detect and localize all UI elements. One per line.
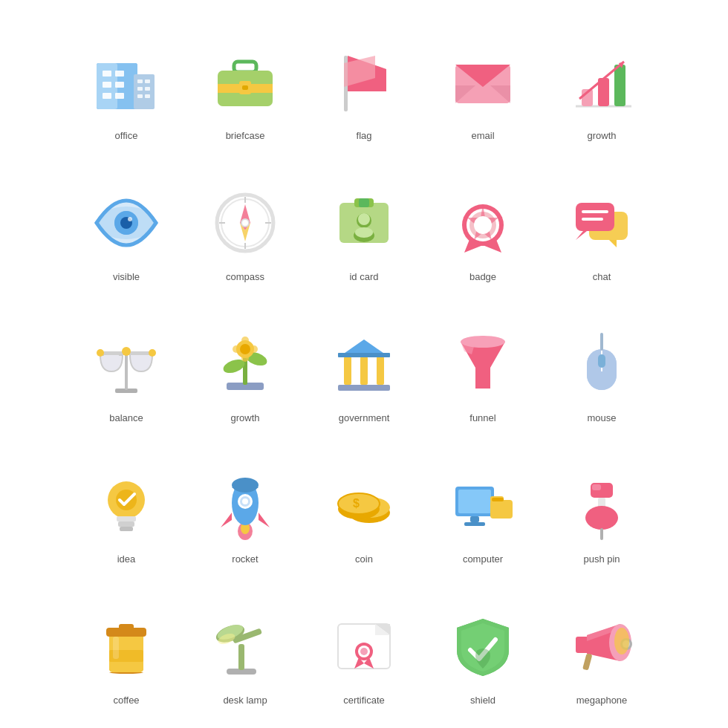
- icon-cell-briefcase: briefcase: [186, 15, 305, 149]
- svg-point-77: [97, 349, 104, 357]
- svg-rect-67: [576, 203, 614, 231]
- coffee-icon: [85, 605, 167, 687]
- svg-point-117: [242, 498, 248, 504]
- icon-cell-coin: $ coin: [305, 438, 423, 572]
- icon-cell-growth: growth: [542, 15, 661, 149]
- icon-cell-shield: shield: [423, 579, 542, 713]
- icon-cell-desk-lamp: desk lamp: [186, 579, 305, 713]
- svg-point-74: [122, 347, 131, 356]
- svg-rect-127: [464, 522, 485, 526]
- icon-cell-balance: balance: [67, 297, 186, 431]
- svg-rect-140: [119, 624, 134, 630]
- svg-point-85: [241, 337, 249, 344]
- svg-rect-5: [103, 82, 111, 88]
- svg-marker-113: [221, 513, 232, 527]
- funnel-label: funnel: [469, 412, 495, 423]
- email-label: email: [471, 130, 494, 141]
- svg-rect-92: [377, 357, 384, 385]
- svg-point-84: [240, 344, 250, 354]
- icon-cell-coffee: coffee: [67, 579, 186, 713]
- svg-rect-93: [338, 385, 390, 391]
- svg-marker-66: [609, 240, 617, 247]
- svg-rect-105: [118, 521, 134, 527]
- icon-cell-push-pin: push pin: [542, 438, 661, 572]
- svg-point-56: [358, 213, 370, 225]
- government-label: government: [339, 412, 390, 423]
- shield-label: shield: [470, 695, 495, 706]
- rocket-icon: [204, 464, 286, 546]
- svg-point-133: [585, 506, 618, 530]
- growth-icon: [561, 41, 643, 123]
- icon-cell-id-card: id card: [305, 156, 423, 290]
- desk-lamp-label: desk lamp: [223, 695, 267, 706]
- svg-rect-130: [492, 498, 504, 501]
- svg-rect-142: [113, 637, 119, 659]
- computer-icon: [442, 464, 524, 546]
- briefcase-icon: [204, 41, 286, 123]
- coin-label: coin: [355, 553, 373, 565]
- badge-label: badge: [469, 271, 496, 282]
- compass-label: compass: [226, 271, 264, 282]
- icon-cell-chat: chat: [542, 156, 661, 290]
- icon-cell-visible: visible: [67, 156, 186, 290]
- push-pin-label: push pin: [583, 553, 620, 565]
- id-card-label: id card: [349, 271, 378, 282]
- icon-cell-compass: compass: [186, 156, 305, 290]
- svg-rect-9: [134, 74, 155, 109]
- svg-point-87: [233, 345, 240, 353]
- svg-rect-4: [115, 71, 124, 77]
- visible-icon: [85, 182, 167, 264]
- svg-rect-126: [470, 516, 479, 522]
- svg-rect-144: [238, 644, 244, 670]
- icon-cell-certificate: certificate: [305, 579, 423, 713]
- funnel-icon: [442, 323, 524, 405]
- computer-label: computer: [463, 553, 503, 565]
- growth2-label: growth: [230, 412, 259, 423]
- megaphone-label: megaphone: [576, 695, 628, 706]
- icon-cell-flag: flag: [305, 15, 423, 149]
- svg-point-40: [128, 217, 132, 221]
- svg-point-49: [241, 219, 249, 227]
- chat-icon: [561, 182, 643, 264]
- flag-label: flag: [357, 130, 372, 141]
- svg-rect-125: [458, 490, 491, 513]
- icon-grid: office briefcase: [45, 0, 683, 728]
- icon-cell-mouse: mouse: [542, 297, 661, 431]
- flag-icon: [323, 41, 405, 123]
- svg-rect-7: [103, 93, 111, 99]
- svg-rect-3: [103, 71, 111, 77]
- idea-label: idea: [117, 553, 136, 565]
- icon-cell-funnel: funnel: [423, 297, 542, 431]
- svg-rect-106: [120, 527, 133, 531]
- svg-rect-10: [137, 79, 143, 83]
- svg-rect-11: [137, 87, 143, 91]
- email-icon: [442, 41, 524, 123]
- desk-lamp-icon: [204, 605, 286, 687]
- svg-point-86: [241, 354, 249, 362]
- svg-rect-6: [115, 82, 124, 88]
- svg-point-156: [360, 648, 368, 655]
- svg-rect-14: [145, 87, 150, 91]
- icon-cell-email: email: [423, 15, 542, 149]
- svg-rect-164: [582, 653, 592, 670]
- office-label: office: [115, 130, 138, 141]
- chat-label: chat: [593, 271, 611, 282]
- svg-rect-91: [360, 357, 368, 385]
- icon-cell-computer: computer: [423, 438, 542, 572]
- certificate-label: certificate: [343, 695, 385, 706]
- svg-rect-102: [598, 354, 605, 368]
- shield-icon: [442, 605, 524, 687]
- svg-text:$: $: [353, 497, 360, 510]
- push-pin-icon: [561, 464, 643, 546]
- svg-rect-12: [137, 94, 143, 98]
- coffee-label: coffee: [113, 695, 139, 706]
- svg-rect-33: [614, 65, 625, 106]
- svg-marker-68: [576, 231, 587, 240]
- mouse-label: mouse: [587, 412, 616, 423]
- mouse-icon: [561, 323, 643, 405]
- svg-point-64: [474, 216, 492, 234]
- svg-point-88: [250, 345, 258, 353]
- svg-rect-135: [592, 484, 601, 490]
- growth2-icon: [204, 323, 286, 405]
- svg-marker-114: [259, 513, 270, 527]
